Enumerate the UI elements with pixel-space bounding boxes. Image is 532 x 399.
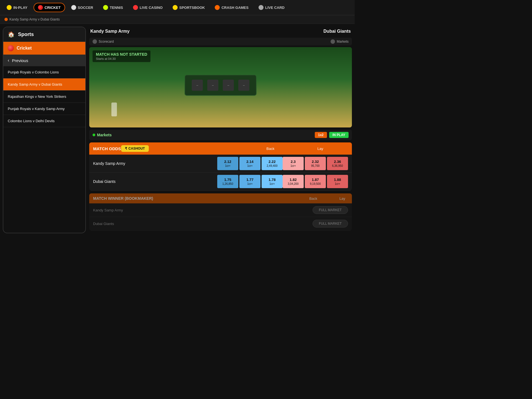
nav-inplay-label: IN-PLAY bbox=[13, 6, 27, 10]
lay-cell-0-0[interactable]: 2.3 1cr+ bbox=[283, 157, 304, 170]
winner-lay-label: Lay bbox=[339, 196, 345, 201]
back-val-1-2: 1.78 bbox=[268, 178, 275, 182]
match-winner-section: MATCH WINNER (BOOKMAKER) Back Lay Kandy … bbox=[89, 193, 352, 231]
score-block-4: -- bbox=[238, 80, 249, 91]
winner-fullmarket-btn-0[interactable]: FULL MARKET bbox=[313, 206, 348, 214]
lay-cell-1-0[interactable]: 1.82 3,04,200 bbox=[283, 175, 304, 188]
winner-header: MATCH WINNER (BOOKMAKER) Back Lay bbox=[89, 193, 352, 203]
sidebar-match-label-1: Kandy Samp Army v Dubai Giants bbox=[8, 82, 62, 86]
back-cell-1-2[interactable]: 1.78 1cr+ bbox=[262, 175, 283, 188]
back-sub-0-0: 1cr+ bbox=[225, 164, 231, 167]
back-cell-0-1[interactable]: 2.14 1cr+ bbox=[239, 157, 260, 170]
back-sub-1-1: 1cr+ bbox=[247, 182, 253, 185]
cricket-player-figure bbox=[111, 103, 117, 116]
sidebar-item-m2[interactable]: Kandy Samp Army v Dubai Giants bbox=[3, 78, 85, 91]
cricket-animation-area: MATCH HAS NOT STARTED Starts at 04:30 --… bbox=[89, 47, 352, 127]
sidebar-match-label-3: Punjab Royals v Kandy Samp Army bbox=[8, 107, 65, 111]
nav-inplay[interactable]: IN-PLAY bbox=[3, 3, 31, 12]
odds-title: MATCH ODDS bbox=[93, 146, 121, 151]
nav-live-casino-label: LIVE CASINO bbox=[140, 6, 163, 10]
scorecard-info[interactable]: Scorecard bbox=[93, 39, 114, 44]
markets-bar: Markets 1x2 IN PLAY bbox=[89, 130, 352, 140]
sidebar-match-label-2: Rajasthan Kings v New York Strikers bbox=[8, 94, 66, 99]
nav-sportsbook[interactable]: SPORTSBOOK bbox=[169, 3, 209, 12]
cricket-icon bbox=[38, 5, 43, 10]
odds-row-0: Kandy Samp Army 2.12 1cr+ 2.14 1cr+ 2.22… bbox=[89, 155, 352, 173]
back-header-label: Back bbox=[245, 147, 295, 151]
back-sub-0-2: 2,49,400 bbox=[267, 164, 278, 167]
odds-cells-lay-1: 1.82 3,04,200 1.87 9,19,500 1.88 1cr+ bbox=[283, 175, 348, 188]
cashout-button[interactable]: ₹ CASHOUT bbox=[121, 145, 149, 152]
lay-val-0-2: 2.36 bbox=[334, 160, 341, 164]
winner-odds-1: FULL MARKET bbox=[313, 220, 348, 227]
back-cell-0-2[interactable]: 2.22 2,49,400 bbox=[262, 157, 283, 170]
sidebar-item-m3[interactable]: Rajasthan Kings v New York Strikers bbox=[3, 91, 85, 103]
rupee-icon: ₹ bbox=[125, 147, 127, 150]
nav-soccer-label: SOCCER bbox=[78, 6, 93, 10]
markets-info[interactable]: Markets bbox=[331, 39, 349, 44]
breadcrumb: Kandy Samp Army v Dubai Giants bbox=[0, 15, 355, 24]
btn-inplay[interactable]: IN PLAY bbox=[329, 132, 349, 138]
nav-cricket[interactable]: CRICKET bbox=[34, 3, 65, 12]
odds-header: MATCH ODDS ₹ CASHOUT Back Lay bbox=[89, 142, 352, 155]
chevron-left-icon: ‹ bbox=[8, 58, 9, 63]
home-team-label: Kandy Samp Army bbox=[90, 29, 130, 34]
cricket-scoreboard: -- -- -- -- bbox=[185, 75, 257, 96]
winner-team-0: Kandy Samp Army bbox=[93, 208, 313, 212]
sidebar-item-m5[interactable]: Colombo Lions v Delhi Devils bbox=[3, 115, 85, 127]
lay-cell-1-2[interactable]: 1.88 1cr+ bbox=[327, 175, 348, 188]
odds-cells-lay-0: 2.3 1cr+ 2.32 95,700 2.36 6,36,950 bbox=[283, 157, 348, 170]
sidebar-item-m4[interactable]: Punjab Royals v Kandy Samp Army bbox=[3, 103, 85, 115]
winner-title: MATCH WINNER (BOOKMAKER) bbox=[93, 196, 153, 201]
breadcrumb-icon bbox=[4, 18, 8, 21]
back-cell-1-0[interactable]: 1.75 1,26,850 bbox=[217, 175, 238, 188]
back-cell-0-0[interactable]: 2.12 1cr+ bbox=[217, 157, 238, 170]
back-cell-1-1[interactable]: 1.77 1cr+ bbox=[239, 175, 260, 188]
score-block-1: -- bbox=[192, 80, 203, 91]
lay-sub-1-2: 1cr+ bbox=[335, 182, 340, 185]
markets-bar-label: Markets bbox=[93, 133, 112, 137]
nav-soccer[interactable]: SOCCER bbox=[67, 3, 97, 12]
sidebar-previous-row[interactable]: ‹ Previous bbox=[3, 55, 85, 66]
match-header: Kandy Samp Army Dubai Giants bbox=[89, 27, 352, 36]
btn-1x2[interactable]: 1x2 bbox=[315, 132, 327, 138]
nav-live-casino[interactable]: LIVE CASINO bbox=[129, 3, 167, 12]
lay-cell-0-1[interactable]: 2.32 95,700 bbox=[305, 157, 326, 170]
back-val-1-1: 1.77 bbox=[246, 178, 253, 182]
markets-text: Markets bbox=[97, 133, 112, 137]
sidebar: 🏠 Sports Cricket ‹ Previous Punjab Royal… bbox=[3, 27, 86, 233]
sidebar-sports-label: Sports bbox=[18, 32, 34, 37]
match-odds-section: MATCH ODDS ₹ CASHOUT Back Lay Kandy Samp… bbox=[89, 142, 352, 191]
markets-dot bbox=[93, 134, 95, 136]
markets-label: Markets bbox=[337, 40, 349, 44]
nav-tennis[interactable]: TENNIS bbox=[99, 3, 127, 12]
match-not-started-banner: MATCH HAS NOT STARTED Starts at 04:30 bbox=[93, 50, 150, 62]
back-val-1-0: 1.75 bbox=[224, 178, 231, 182]
scorecard-label: Scorecard bbox=[99, 40, 114, 44]
sidebar-cricket-row[interactable]: Cricket bbox=[3, 42, 85, 55]
match-status-text: MATCH HAS NOT STARTED bbox=[96, 52, 147, 57]
winner-fullmarket-btn-1[interactable]: FULL MARKET bbox=[313, 220, 348, 227]
lay-val-0-0: 2.3 bbox=[291, 160, 296, 164]
sportsbook-icon bbox=[173, 5, 178, 10]
back-val-0-1: 2.14 bbox=[246, 160, 253, 164]
sidebar-item-m1[interactable]: Punjab Royals v Colombo Lions bbox=[3, 66, 85, 78]
nav-tennis-label: TENNIS bbox=[110, 6, 123, 10]
sidebar-header: 🏠 Sports bbox=[3, 27, 85, 42]
live-casino-icon bbox=[133, 5, 138, 10]
back-sub-1-0: 1,26,850 bbox=[222, 182, 233, 185]
odds-cells-back-1: 1.75 1,26,850 1.77 1cr+ 1.78 1cr+ bbox=[217, 175, 283, 188]
score-block-3: -- bbox=[223, 80, 234, 91]
nav-crash-games[interactable]: CRASH GAMES bbox=[211, 3, 252, 12]
scorecard-icon bbox=[93, 39, 97, 44]
nav-live-card[interactable]: LIVE CARD bbox=[255, 3, 288, 12]
top-nav: IN-PLAY CRICKET SOCCER TENNIS LIVE CASIN… bbox=[0, 0, 355, 15]
nav-sportsbook-label: SPORTSBOOK bbox=[179, 6, 205, 10]
inplay-icon bbox=[7, 5, 12, 10]
lay-cell-1-1[interactable]: 1.87 9,19,500 bbox=[305, 175, 326, 188]
sidebar-match-label-0: Punjab Royals v Colombo Lions bbox=[8, 70, 59, 74]
sidebar-previous-label: Previous bbox=[12, 58, 28, 63]
lay-cell-0-2[interactable]: 2.36 6,36,950 bbox=[327, 157, 348, 170]
starts-at-text: Starts at 04:30 bbox=[96, 57, 147, 60]
odds-team-0: Kandy Samp Army bbox=[93, 161, 217, 166]
